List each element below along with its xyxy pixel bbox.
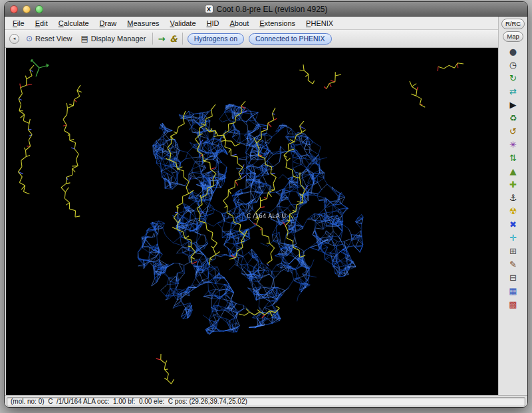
zoom-button[interactable] <box>35 5 43 13</box>
main-row: FileEditCalculateDrawMeasuresValidateHID… <box>5 17 527 395</box>
display-manager-button[interactable]: ▤ Display Manager <box>79 33 148 44</box>
status-bar: (mol. no: 0) C /1/U/164 ALA occ: 1.00 bf… <box>5 395 527 407</box>
add-terminal-residue-icon[interactable]: ⚓ <box>505 192 521 204</box>
close-button[interactable] <box>10 5 18 13</box>
menu-measures[interactable]: Measures <box>122 18 164 29</box>
menu-extensions[interactable]: Extensions <box>254 18 301 29</box>
toolbar: ◄ ⊙ Reset View ▤ Display Manager → & Hyd… <box>5 30 498 48</box>
menu-phenix[interactable]: PHENIX <box>301 18 338 29</box>
reset-view-icon: ⊙ <box>26 35 33 43</box>
clear-pending-icon[interactable]: ✖ <box>505 218 521 231</box>
timer-icon[interactable]: ◷ <box>505 59 521 71</box>
phenix-connection-button[interactable]: Connected to PHENIX <box>249 33 331 45</box>
toolbar-overflow-button[interactable]: ◄ <box>9 34 19 44</box>
rotate-translate-icon[interactable]: ↺ <box>505 125 521 138</box>
mutate-residue-icon[interactable]: ✚ <box>505 178 521 191</box>
toolbar-separator <box>182 33 183 45</box>
window-title-text: Coot 0.8-pre EL (revision 4925) <box>217 5 328 14</box>
delete-item-icon[interactable]: ⊟ <box>505 271 521 284</box>
preferences-icon[interactable]: ▩ <box>505 298 521 311</box>
menu-about[interactable]: About <box>225 18 255 29</box>
run-refmac-icon[interactable]: ☢ <box>505 205 521 217</box>
x11-icon: X <box>205 5 213 13</box>
edit-chi-angles-icon[interactable]: ▲ <box>505 165 521 178</box>
rotamers-icon[interactable]: ⇅ <box>505 152 521 164</box>
menu-bar: FileEditCalculateDrawMeasuresValidateHID… <box>5 17 498 30</box>
goto-atom-icon[interactable]: → <box>158 35 165 43</box>
window-controls <box>10 5 43 13</box>
rigid-body-icon[interactable]: ♻ <box>505 112 521 124</box>
hydrogens-toggle-button[interactable]: Hydrogens on <box>188 33 244 45</box>
window-title: X Coot 0.8-pre EL (revision 4925) <box>205 5 328 14</box>
ligand-builder-icon[interactable]: ▦ <box>505 285 521 297</box>
toolbar-separator <box>152 33 153 45</box>
menu-calculate[interactable]: Calculate <box>53 18 94 29</box>
menu-file[interactable]: File <box>7 18 30 29</box>
reset-view-label: Reset View <box>35 35 72 43</box>
map-button[interactable]: Map <box>503 31 523 42</box>
gl-canvas-frame <box>5 48 498 395</box>
reset-view-button[interactable]: ⊙ Reset View <box>24 33 74 44</box>
menu-validate[interactable]: Validate <box>165 18 201 29</box>
right-rail: R/RC Map ●◷↻⇄▶♻↺✳⇅▲✚⚓☢✖✛⊞✎⊟▦▩ <box>498 17 527 395</box>
goto-ligand-icon[interactable]: & <box>170 35 177 43</box>
real-space-refine-icon[interactable]: ↻ <box>505 72 521 84</box>
menu-hid[interactable]: HID <box>201 18 225 29</box>
rotation-sphere-icon[interactable]: ● <box>505 45 521 58</box>
display-manager-label: Display Manager <box>91 35 146 43</box>
fix-atoms-icon[interactable]: ▶ <box>505 98 521 111</box>
rrc-button[interactable]: R/RC <box>501 19 525 29</box>
regularize-icon[interactable]: ⇄ <box>505 85 521 98</box>
flip-peptide-icon[interactable]: ✛ <box>505 231 521 244</box>
status-text: (mol. no: 0) C /1/U/164 ALA occ: 1.00 bf… <box>7 397 525 406</box>
menu-draw[interactable]: Draw <box>94 18 122 29</box>
auto-fit-rotamer-icon[interactable]: ✳ <box>505 138 521 151</box>
gl-canvas[interactable] <box>6 48 498 395</box>
add-alt-conf-icon[interactable]: ⊞ <box>505 245 521 257</box>
coot-window: X Coot 0.8-pre EL (revision 4925) FileEd… <box>4 1 528 408</box>
menu-edit[interactable]: Edit <box>30 18 53 29</box>
title-bar[interactable]: X Coot 0.8-pre EL (revision 4925) <box>5 2 527 17</box>
pointer-atom-icon[interactable]: ✎ <box>505 258 521 271</box>
left-column: FileEditCalculateDrawMeasuresValidateHID… <box>5 17 498 395</box>
display-manager-icon: ▤ <box>81 35 88 43</box>
minimize-button[interactable] <box>23 5 31 13</box>
right-rail-icons: ●◷↻⇄▶♻↺✳⇅▲✚⚓☢✖✛⊞✎⊟▦▩ <box>505 45 521 311</box>
